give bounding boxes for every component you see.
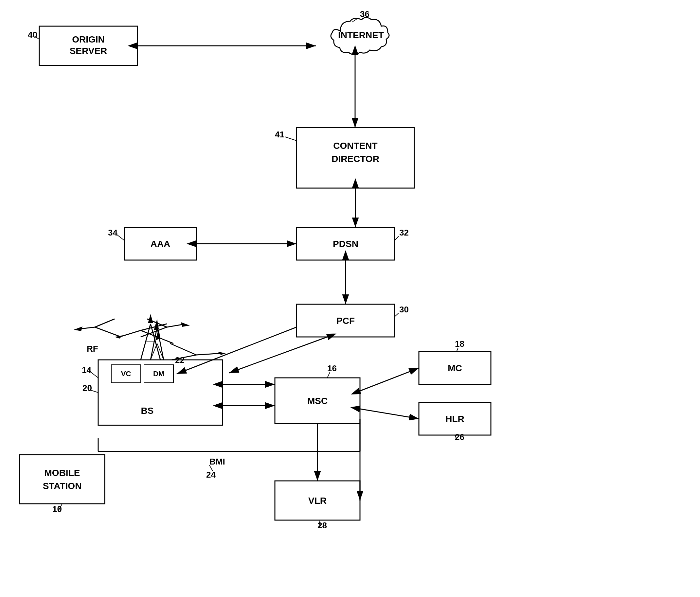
svg-text:BS: BS (141, 406, 154, 416)
svg-line-71 (360, 368, 419, 391)
svg-text:MSC: MSC (307, 396, 328, 406)
svg-text:INTERNET: INTERNET (338, 30, 384, 40)
svg-line-41 (91, 390, 98, 393)
svg-rect-80 (20, 455, 105, 504)
svg-text:40: 40 (28, 30, 37, 40)
svg-line-98 (167, 325, 182, 327)
svg-text:20: 20 (82, 383, 92, 393)
svg-text:SERVER: SERVER (70, 46, 107, 56)
svg-line-91 (95, 327, 121, 337)
svg-line-50 (196, 353, 221, 355)
svg-text:DIRECTOR: DIRECTOR (331, 154, 379, 164)
svg-line-94 (81, 327, 95, 329)
svg-text:PCF: PCF (336, 316, 355, 326)
svg-text:VC: VC (121, 370, 131, 378)
svg-text:22: 22 (175, 355, 184, 365)
svg-text:16: 16 (327, 363, 337, 373)
svg-text:MC: MC (448, 363, 462, 373)
svg-text:18: 18 (455, 339, 465, 349)
svg-line-30 (395, 313, 399, 317)
svg-marker-93 (74, 327, 82, 331)
svg-text:32: 32 (399, 228, 409, 237)
svg-text:RF: RF (87, 344, 98, 354)
svg-text:24: 24 (206, 470, 216, 479)
svg-text:41: 41 (275, 130, 284, 139)
svg-line-15 (285, 137, 297, 141)
svg-text:PDSN: PDSN (333, 239, 358, 249)
svg-text:30: 30 (399, 305, 409, 314)
svg-marker-97 (181, 322, 190, 327)
svg-line-31 (229, 337, 327, 373)
svg-line-47 (170, 343, 196, 355)
internet-id-label: 36 (360, 9, 370, 19)
svg-line-92 (95, 319, 115, 327)
svg-text:10: 10 (52, 504, 62, 514)
svg-text:HLR: HLR (445, 414, 465, 424)
svg-line-44 (141, 324, 167, 330)
network-diagram: INTERNET 36 ORIGIN SERVER 40 CONTENT DIR… (0, 0, 700, 597)
svg-text:AAA: AAA (151, 239, 171, 249)
svg-text:ORIGIN: ORIGIN (72, 34, 105, 45)
svg-line-72 (360, 409, 419, 419)
svg-text:CONTENT: CONTENT (333, 141, 377, 151)
svg-text:14: 14 (82, 365, 91, 375)
svg-marker-102 (148, 314, 153, 323)
svg-text:28: 28 (318, 520, 327, 530)
svg-line-105 (177, 327, 297, 374)
svg-text:34: 34 (108, 228, 118, 237)
svg-text:DM: DM (153, 370, 164, 378)
svg-text:26: 26 (455, 432, 465, 442)
svg-line-46 (120, 330, 141, 337)
svg-line-24 (395, 236, 399, 240)
svg-text:STATION: STATION (43, 481, 82, 491)
svg-line-20 (117, 235, 124, 240)
svg-text:MOBILE: MOBILE (45, 468, 80, 478)
svg-text:VLR: VLR (308, 496, 327, 506)
svg-line-39 (91, 372, 98, 378)
svg-text:BMI: BMI (209, 457, 225, 466)
diagram-svg: INTERNET 36 ORIGIN SERVER 40 CONTENT DIR… (0, 0, 700, 597)
